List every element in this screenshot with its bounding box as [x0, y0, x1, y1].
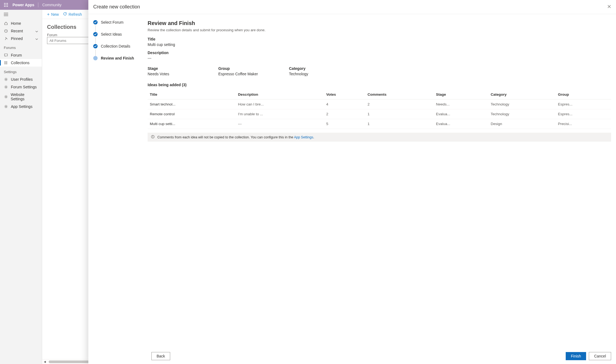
step-review-finish[interactable]: Review and Finish [93, 56, 140, 60]
svg-rect-13 [5, 54, 8, 56]
nav-section-forums: Forums [0, 42, 42, 51]
nav-forum-settings[interactable]: Forum Settings [0, 83, 42, 91]
gear-icon [4, 95, 8, 99]
step-select-ideas[interactable]: Select Ideas [93, 32, 140, 36]
finish-button[interactable]: Finish [566, 352, 586, 360]
svg-point-28 [153, 136, 153, 136]
cell-group: Espres... [556, 99, 611, 109]
col-title[interactable]: Title [148, 90, 236, 99]
wizard-stepper: Select Forum Select Ideas Collection Det… [88, 14, 143, 349]
clock-icon [4, 29, 8, 33]
col-group[interactable]: Group [556, 90, 611, 99]
cell-category: Technology [489, 109, 556, 119]
cell-desc: --- [236, 119, 324, 129]
nav-label: Home [11, 21, 21, 26]
svg-rect-4 [6, 5, 7, 5]
review-content: Review and Finish Review the collection … [143, 14, 616, 349]
info-icon [151, 135, 155, 139]
info-message: Comments from each idea will not be copi… [148, 133, 611, 142]
step-current-icon [93, 56, 98, 60]
stage-value: Needs Votes [148, 72, 202, 76]
table-row[interactable]: Remote controlI'm unable to ...21Evalua.… [148, 109, 611, 119]
nav-label: Forum [11, 53, 22, 57]
refresh-label: Refresh [69, 12, 82, 17]
nav-collections[interactable]: Collections [0, 59, 42, 67]
chevron-down-icon [35, 29, 38, 33]
step-complete-icon [93, 32, 98, 36]
hamburger-icon[interactable] [0, 10, 42, 20]
group-value: Espresso Coffee Maker [218, 72, 273, 76]
create-collection-panel: Create new collection Select Forum Selec… [88, 0, 616, 364]
review-subtext: Review the collection details and submit… [148, 28, 611, 32]
cell-group: Precisi... [556, 119, 611, 129]
step-label: Select Ideas [101, 32, 122, 36]
cell-stage: Evalua... [434, 119, 489, 129]
description-value: --- [148, 56, 611, 60]
cell-stage: Evalua... [434, 109, 489, 119]
left-nav: Home Recent Pinned Forums Forum Collecti… [0, 10, 42, 364]
cell-desc: How can I bre... [236, 99, 324, 109]
col-category[interactable]: Category [489, 90, 556, 99]
nav-label: App Settings [11, 104, 32, 109]
nav-label: Pinned [11, 36, 23, 41]
col-stage[interactable]: Stage [434, 90, 489, 99]
svg-rect-1 [6, 3, 7, 4]
cell-group: Espres... [556, 109, 611, 119]
pin-icon [4, 36, 8, 41]
app-settings-link[interactable]: App Settings [294, 135, 313, 139]
cancel-button[interactable]: Cancel [589, 352, 611, 360]
svg-point-19 [5, 64, 5, 64]
review-heading: Review and Finish [148, 20, 611, 26]
community-link[interactable]: Community [38, 3, 65, 7]
nav-label: Recent [11, 29, 23, 33]
svg-rect-7 [6, 6, 7, 7]
info-period: . [313, 135, 314, 139]
step-complete-icon [93, 44, 98, 48]
ideas-table: Title Description Votes Comments Stage C… [148, 90, 611, 129]
panel-footer: Back Finish Cancel [88, 349, 616, 364]
svg-point-23 [5, 106, 7, 107]
nav-label: Website Settings [11, 92, 38, 101]
nav-label: Forum Settings [11, 85, 37, 89]
nav-app-settings[interactable]: App Settings [0, 103, 42, 110]
step-collection-details[interactable]: Collection Details [93, 44, 140, 48]
cell-comments: 1 [365, 119, 434, 129]
scroll-left-icon[interactable]: ◀ [44, 360, 48, 363]
nav-pinned[interactable]: Pinned [0, 35, 42, 42]
close-icon[interactable] [607, 5, 611, 10]
step-label: Collection Details [101, 44, 130, 48]
nav-home[interactable]: Home [0, 20, 42, 27]
back-button[interactable]: Back [151, 352, 170, 360]
svg-point-18 [5, 63, 5, 63]
app-launcher-icon[interactable] [1, 0, 11, 10]
nav-user-profiles[interactable]: User Profiles [0, 76, 42, 83]
step-select-forum[interactable]: Select Forum [93, 20, 140, 24]
step-label: Review and Finish [101, 56, 134, 60]
refresh-button[interactable]: Refresh [63, 12, 82, 17]
col-votes[interactable]: Votes [324, 90, 365, 99]
nav-website-settings[interactable]: Website Settings [0, 91, 42, 103]
svg-rect-0 [4, 3, 5, 4]
cell-category: Technology [489, 99, 556, 109]
list-icon [4, 61, 8, 65]
cell-votes: 5 [324, 119, 365, 129]
new-button[interactable]: + New [47, 12, 59, 17]
table-row[interactable]: Multi cup setti...---51Evalua...DesignPr… [148, 119, 611, 129]
cell-title: Multi cup setti... [148, 119, 236, 129]
nav-forum[interactable]: Forum [0, 51, 42, 59]
col-description[interactable]: Description [236, 90, 324, 99]
category-value: Technology [289, 72, 343, 76]
table-row[interactable]: Smart technol...How can I bre...42Needs.… [148, 99, 611, 109]
ideas-heading: Ideas being added (3) [148, 83, 611, 87]
cell-category: Design [489, 119, 556, 129]
col-comments[interactable]: Comments [365, 90, 434, 99]
cell-comments: 2 [365, 99, 434, 109]
title-value: Multi cup setting [148, 42, 611, 47]
info-text: Comments from each idea will not be copi… [157, 135, 314, 139]
brand-label[interactable]: Power Apps [11, 3, 38, 7]
svg-rect-2 [7, 3, 8, 4]
group-label: Group [218, 66, 273, 71]
gear-icon [4, 77, 8, 82]
cell-title: Smart technol... [148, 99, 236, 109]
nav-recent[interactable]: Recent [0, 27, 42, 35]
